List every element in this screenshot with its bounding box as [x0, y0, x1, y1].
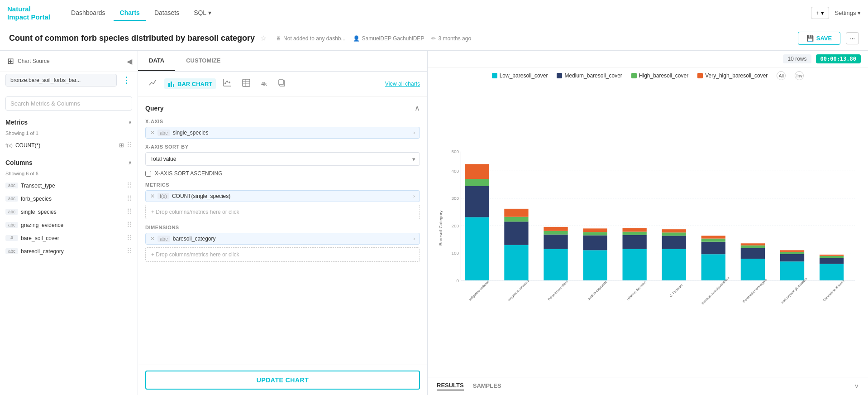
svg-rect-43: [583, 232, 607, 235]
4k-btn[interactable]: 4k: [258, 79, 270, 88]
tab-customize[interactable]: CUSTOMIZE: [175, 51, 231, 71]
x-axis-arrow[interactable]: ›: [413, 130, 415, 136]
dimension-name: baresoil_category: [173, 236, 410, 242]
bottom-chevron[interactable]: ∨: [854, 383, 859, 390]
metric-drag-handle[interactable]: ⠿: [127, 141, 132, 149]
dimension-drop-zone[interactable]: + Drop columns/metrics here or click: [145, 247, 420, 262]
legend-label-medium: Medium_baresoil_cover: [564, 72, 622, 79]
metrics-drop-zone[interactable]: + Drop columns/metrics here or click: [145, 205, 420, 219]
svg-rect-39: [544, 227, 568, 231]
sidebar-top: ⊞ Chart Source ◀: [0, 51, 138, 72]
col-name: forb_species: [21, 196, 124, 202]
timer-badge: 00:00:13.80: [816, 54, 861, 63]
query-collapse[interactable]: ∧: [415, 104, 420, 112]
svg-rect-1: [171, 82, 172, 87]
metrics-arrow[interactable]: ›: [413, 193, 415, 199]
copy-btn[interactable]: [274, 77, 290, 91]
svg-point-4: [226, 81, 228, 82]
col-drag-handle[interactable]: ⠿: [127, 207, 132, 216]
user-icon: 👤: [353, 35, 360, 42]
nav-charts[interactable]: Charts: [114, 5, 146, 21]
metrics-section-header[interactable]: Metrics ∧: [0, 115, 138, 130]
chart-area: 10 rows 00:00:13.80 Low_baresoil_cover M…: [428, 51, 868, 395]
svg-rect-37: [544, 235, 568, 249]
chart-top-bar: 10 rows 00:00:13.80: [428, 51, 868, 67]
svg-rect-67: [780, 254, 804, 261]
columns-showing: Showing 6 of 6: [0, 170, 138, 179]
query-title: Query: [145, 105, 163, 112]
settings-button[interactable]: Settings ▾: [835, 10, 861, 16]
query-header: Query ∧: [145, 104, 420, 112]
svg-rect-2: [173, 84, 174, 87]
svg-rect-36: [544, 249, 568, 280]
dimension-remove[interactable]: ✕: [150, 236, 155, 242]
bar-group-0: Indigofera volkensii: [465, 164, 490, 302]
nav-dashboards[interactable]: Dashboards: [65, 5, 112, 21]
add-button[interactable]: + ▾: [811, 7, 829, 19]
col-type: abc: [5, 196, 18, 202]
update-chart-button[interactable]: UPDATE CHART: [145, 371, 420, 390]
svg-point-3: [224, 82, 226, 84]
save-button[interactable]: 💾 SAVE: [798, 32, 840, 45]
tab-samples[interactable]: SAMPLES: [473, 382, 501, 390]
bar-group-4: Hibiscus flavilolius: [623, 228, 648, 301]
scatter-chart-btn[interactable]: [219, 77, 235, 91]
svg-rect-42: [583, 235, 607, 250]
col-drag-handle[interactable]: ⠿: [127, 234, 132, 242]
body-layout: ⊞ Chart Source ◀ bronze.bare_soil_forbs_…: [0, 51, 868, 395]
svg-text:C. Forbkum: C. Forbkum: [669, 284, 683, 298]
line-chart-btn[interactable]: [145, 77, 161, 91]
edit-icon: ✏: [431, 35, 436, 42]
svg-rect-71: [820, 264, 844, 280]
svg-rect-26: [465, 217, 489, 281]
svg-text:400: 400: [452, 169, 459, 173]
columns-section-header[interactable]: Columns ∧: [0, 155, 138, 170]
svg-text:Commelina africana: Commelina africana: [822, 279, 845, 302]
svg-rect-34: [504, 209, 528, 217]
tab-data[interactable]: DATA: [138, 51, 175, 71]
svg-rect-56: [701, 254, 725, 280]
legend-medium: Medium_baresoil_cover: [557, 72, 622, 79]
bar-chart-btn[interactable]: BAR CHART: [164, 78, 216, 89]
dimension-type: abc: [157, 236, 170, 242]
view-all-charts-link[interactable]: View all charts: [385, 81, 420, 87]
sort-select[interactable]: Total value: [145, 152, 420, 166]
x-axis-remove[interactable]: ✕: [150, 130, 155, 136]
svg-rect-6: [243, 79, 250, 87]
metrics-chevron: ∧: [128, 119, 132, 125]
legend-label-high: High_baresoil_cover: [639, 72, 688, 79]
time-meta-text: 3 months ago: [438, 35, 471, 42]
legend-inv-button[interactable]: Inv: [795, 71, 804, 80]
svg-text:Hibiscus flavilolius: Hibiscus flavilolius: [626, 280, 648, 301]
col-type: abc: [5, 183, 18, 188]
col-drag-handle[interactable]: ⠿: [127, 221, 132, 229]
svg-point-5: [229, 82, 230, 83]
star-icon[interactable]: ☆: [260, 34, 267, 43]
table-chart-btn[interactable]: [238, 77, 254, 91]
dimension-arrow[interactable]: ›: [413, 236, 415, 242]
sort-ascending-checkbox[interactable]: [145, 171, 151, 177]
nav-datasets[interactable]: Datasets: [148, 5, 186, 21]
col-drag-handle[interactable]: ⠿: [127, 247, 132, 255]
tab-results[interactable]: RESULTS: [437, 382, 464, 390]
svg-rect-58: [701, 239, 725, 242]
svg-text:Indigofera volkensii: Indigofera volkensii: [468, 279, 490, 302]
col-drag-handle[interactable]: ⠿: [127, 181, 132, 190]
metrics-name: COUNT(single_species): [172, 193, 410, 199]
sidebar-collapse-button[interactable]: ◀: [127, 57, 132, 66]
col-name: single_species: [21, 209, 124, 215]
search-input[interactable]: [5, 96, 132, 111]
metrics-remove[interactable]: ✕: [150, 193, 155, 199]
time-meta: ✏ 3 months ago: [431, 35, 471, 42]
more-button[interactable]: ···: [846, 32, 859, 44]
col-drag-handle[interactable]: ⠿: [127, 194, 132, 203]
svg-rect-63: [741, 246, 765, 248]
legend-all-button[interactable]: All: [777, 71, 786, 80]
columns-chevron: ∧: [128, 159, 132, 166]
svg-text:Baresoil Category: Baresoil Category: [438, 211, 443, 246]
datasource-menu-button[interactable]: ⋮: [120, 75, 132, 85]
svg-rect-62: [741, 248, 765, 259]
nav-sql[interactable]: SQL ▾: [187, 5, 217, 21]
middle-panel: DATA CUSTOMIZE BAR CHART 4k: [138, 51, 428, 395]
bar-group-1: Oxygonum sinuatum: [504, 209, 530, 303]
